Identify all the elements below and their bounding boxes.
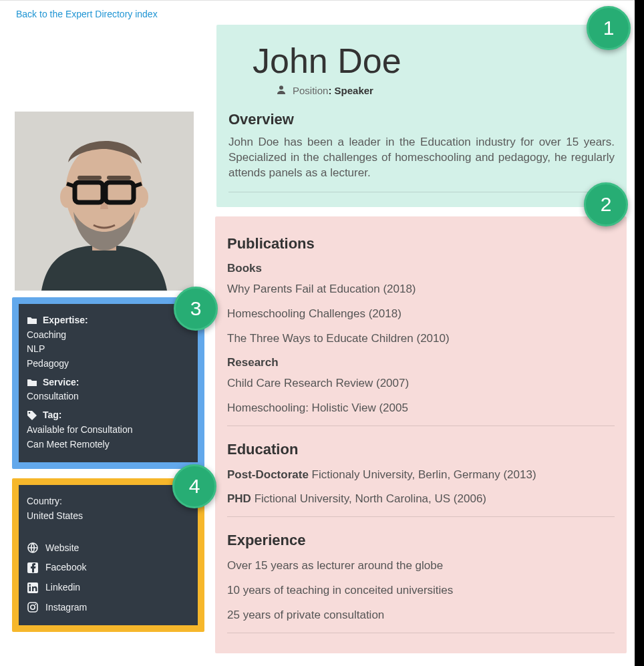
- research-item: Homeschooling: Holistic View (2005: [227, 401, 615, 416]
- facebook-link[interactable]: Facebook: [27, 560, 190, 575]
- svg-point-12: [29, 412, 31, 414]
- country-label: Country:: [27, 494, 190, 509]
- overview-card: John Doe Position : Speaker Overview Joh…: [216, 25, 627, 207]
- education-title: Education: [227, 441, 615, 458]
- research-item: Child Care Research Review (2007): [227, 376, 615, 391]
- contact-panel: Country: United States Website: [12, 478, 204, 632]
- experience-item: 10 years of teaching in conceited univer…: [227, 583, 615, 599]
- svg-rect-11: [107, 176, 131, 180]
- book-item: The Three Ways to Educate Children (2010…: [227, 331, 615, 347]
- tag-icon: [27, 410, 37, 421]
- position-value: : Speaker: [328, 85, 373, 96]
- profile-photo: [15, 112, 194, 291]
- tag-value: Available for Consultation: [27, 423, 190, 438]
- profile-name: John Doe: [228, 25, 615, 85]
- link-label: Website: [45, 541, 79, 556]
- svg-point-4: [135, 186, 148, 208]
- globe-icon: [27, 542, 39, 554]
- linkedin-icon: [27, 582, 39, 594]
- linkedin-link[interactable]: Linkedin: [27, 580, 190, 595]
- folder-icon: [27, 315, 37, 326]
- svg-point-3: [60, 186, 73, 208]
- experience-title: Experience: [227, 532, 615, 549]
- facebook-icon: [27, 562, 39, 574]
- link-label: Facebook: [45, 560, 86, 575]
- country-value: United States: [27, 509, 190, 524]
- callout-badge: 3: [174, 287, 218, 331]
- expertise-label: Expertise:: [43, 313, 88, 328]
- svg-point-20: [35, 604, 36, 605]
- website-link[interactable]: Website: [27, 541, 190, 556]
- instagram-link[interactable]: Instagram: [27, 601, 190, 615]
- expertise-panel: Expertise: Coaching NLP Pedagogy Service…: [12, 297, 204, 469]
- expertise-value: Coaching: [27, 328, 190, 343]
- svg-rect-10: [77, 176, 102, 180]
- svg-point-19: [31, 605, 35, 609]
- back-link[interactable]: Back to the Expert Directory index: [16, 9, 158, 19]
- tag-label: Tag:: [43, 408, 62, 423]
- svg-line-8: [67, 184, 75, 186]
- position-label: Position: [293, 85, 328, 96]
- svg-rect-16: [29, 587, 31, 591]
- folder-icon: [27, 377, 37, 388]
- service-label: Service:: [43, 375, 79, 390]
- research-label: Research: [227, 356, 615, 369]
- book-item: Why Parents Fail at Education (2018): [227, 282, 615, 297]
- experience-item: 25 years of private consultation: [227, 608, 615, 623]
- expertise-value: NLP: [27, 342, 190, 357]
- education-item: Post-Doctorate Fictionaly University, Be…: [227, 468, 615, 483]
- svg-line-9: [134, 184, 142, 186]
- books-label: Books: [227, 262, 615, 275]
- tag-value: Can Meet Remotely: [27, 438, 190, 452]
- link-label: Instagram: [45, 601, 87, 615]
- link-label: Linkedin: [45, 580, 80, 595]
- svg-point-21: [279, 86, 283, 90]
- book-item: Homeschooling Challenges (2018): [227, 307, 615, 322]
- overview-text: John Doe has been a leader in the Educat…: [228, 135, 615, 181]
- callout-badge: 1: [587, 6, 631, 50]
- service-value: Consultation: [27, 389, 190, 404]
- details-card: Publications Books Why Parents Fail at E…: [215, 216, 627, 653]
- experience-item: Over 15 years as lecturer around the glo…: [227, 558, 615, 574]
- callout-badge: 4: [172, 464, 216, 508]
- person-icon: [277, 85, 286, 96]
- callout-badge: 2: [584, 182, 628, 226]
- overview-title: Overview: [228, 111, 615, 128]
- instagram-icon: [27, 601, 39, 613]
- publications-title: Publications: [227, 235, 615, 253]
- svg-point-17: [29, 584, 31, 586]
- education-item: PHD Fictional University, North Carolina…: [227, 492, 615, 507]
- expertise-value: Pedagogy: [27, 357, 190, 371]
